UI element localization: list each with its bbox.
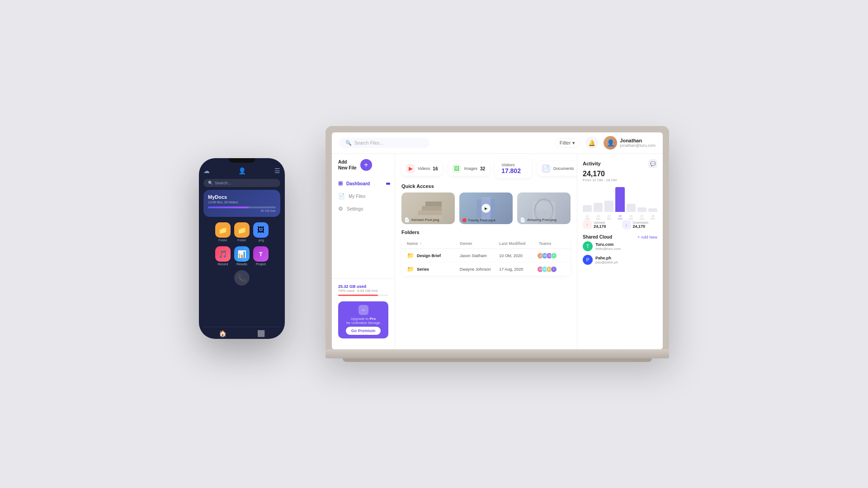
doc-icon: 📄 (542, 165, 549, 172)
bar-17 (637, 207, 646, 212)
phone-home-icon[interactable]: 🏠 (219, 330, 226, 337)
laptop-base (326, 349, 669, 358)
play-overlay: ▶ (481, 204, 491, 213)
col-name: Name ↑ (407, 241, 460, 246)
qa-card-2[interactable]: ▶ 🔴 Family Pool.mp4 (459, 192, 513, 224)
stat-videos: ▶ Videos 16 (401, 161, 442, 176)
premium-icon: − (359, 305, 368, 315)
label-16: 16Oct (627, 215, 636, 220)
row-2-owner: Dwayne Johnson (460, 267, 500, 272)
sidebar-item-settings[interactable]: ⚙ Settings (332, 202, 395, 215)
notification-icon: 🔔 (588, 140, 595, 146)
notification-button[interactable]: 🔔 (585, 136, 598, 149)
phone-app-record[interactable]: 🎵 Record (215, 246, 231, 266)
folder-name-1: Design Brief (417, 253, 441, 258)
phone-apps-row: 🎵 Record 📊 Results T Project (203, 246, 280, 266)
phone-card-title: MyDocs (208, 194, 276, 200)
phone-body: ☁ 👤 ☰ 🔍 Search... MyDocs 12/48 files, 28… (199, 158, 285, 339)
chart-labels: 12Oct 13Oct 14Oct 15Oct 16Oct 17Oct 18Oc… (583, 215, 657, 220)
activity-date: From 12 Okt - 18 Okt (583, 178, 657, 182)
go-premium-button[interactable]: Go Premium (346, 327, 381, 335)
user-name: Jonathan (620, 138, 656, 143)
add-new-button[interactable]: + Add New (637, 235, 657, 239)
qa-card-3[interactable]: 📄 Amazing Pool.png (517, 192, 571, 224)
scene: ☁ 👤 ☰ 🔍 Search... MyDocs 12/48 files, 28… (199, 126, 669, 362)
documents-label: Documents (553, 166, 574, 171)
png-icon2: 📄 (520, 217, 525, 222)
phone-app-results[interactable]: 📊 Results (234, 246, 250, 266)
pahe-email: pas@pahe.ph (595, 260, 618, 264)
sidebar-item-myfiles[interactable]: 📄 My Files (332, 190, 395, 202)
label-12: 12Oct (583, 215, 592, 220)
turu-info: Turu.com hello@turu.com (595, 242, 621, 251)
phone-app-project[interactable]: T Project (253, 246, 269, 266)
folder-blue-icon: 📁 (407, 252, 414, 259)
folders-section: Folders Name ↑ Owner Last Modified Teams (401, 230, 571, 276)
phone-file-item[interactable]: 📁 Folder (234, 222, 250, 242)
turu-email: hello@turu.com (595, 247, 621, 251)
storage-bar-fill (338, 295, 378, 296)
add-new-file-section: AddNew File + (332, 159, 395, 171)
team-avatar: + (551, 253, 557, 259)
phone-files-row: 📁 Folder 📁 Folder 🖼 .png (203, 222, 280, 242)
filter-label: Filter (560, 140, 571, 145)
sidebar-item-dashboard[interactable]: ⊞ Dashboard (332, 177, 395, 190)
filter-button[interactable]: Filter ▾ (555, 138, 580, 148)
visitors-info: Visitors 17.802 (501, 163, 521, 174)
folder-blue-icon2: 📁 (407, 266, 414, 272)
up-down-row: ↑ Uploads 24,170 ↓ Downloads (583, 220, 657, 229)
stat-videos-info: Videos (418, 166, 430, 171)
turu-icon: T (583, 241, 593, 251)
label-17: 17Oct (637, 215, 646, 220)
sort-icon: ↑ (420, 241, 422, 246)
quick-access-title: Quick Access (401, 183, 571, 189)
search-icon: 🔍 (208, 181, 213, 185)
phone-file-item[interactable]: 📁 Folder (215, 222, 231, 242)
row-2-name: 📁 Series (407, 266, 460, 272)
add-file-button[interactable]: + (360, 159, 372, 171)
phone-search-bar[interactable]: 🔍 Search... (203, 179, 280, 187)
activity-message-icon[interactable]: 💬 (648, 159, 657, 168)
row-2-modified: 17 Aug, 2020 (499, 267, 539, 272)
shared-item-turu[interactable]: T Turu.com hello@turu.com (583, 239, 657, 253)
project-app-icon: T (253, 246, 269, 262)
downloads-label: Downloads (633, 221, 649, 224)
folder-icon-orange: 📁 (215, 222, 231, 238)
laptop-screen: 🔍 Search Files... Filter ▾ 🔔 👤 (332, 132, 663, 349)
table-header: Name ↑ Owner Last Modified Teams (401, 239, 571, 249)
phone-file-item-png[interactable]: 🖼 .png (253, 222, 269, 242)
phone-card-sub: 12/48 files, 28 folders (208, 201, 276, 204)
menu-icon: ☰ (274, 167, 280, 174)
videos-label: Videos (418, 166, 430, 171)
team-avatar: + (551, 266, 557, 272)
phone-call-button[interactable]: 📞 (234, 270, 250, 286)
nav-label-myfiles: My Files (349, 194, 365, 199)
phone-top-bar: ☁ 👤 ☰ (203, 165, 280, 176)
bar-14 (604, 201, 613, 212)
folders-table: Name ↑ Owner Last Modified Teams 📁 (401, 239, 571, 276)
phone-grid-icon[interactable]: ⬜ (257, 330, 265, 337)
pahe-info: Pahe.ph pas@pahe.ph (595, 256, 618, 264)
quick-access-section: Quick Access (401, 183, 571, 224)
premium-box: − Upgrade to Profor Unlimited Storage Go… (338, 301, 388, 338)
downloads-card: ↓ Downloads 24,170 (622, 220, 658, 229)
qa-card-1[interactable]: 📄 Kemam Pool.png (401, 192, 455, 224)
shared-item-pahe[interactable]: P Pahe.ph pas@pahe.ph (583, 253, 657, 267)
phone-bottom-bar: 🏠 ⬜ (203, 327, 280, 339)
label-18: 18Oct (648, 215, 657, 220)
bar-15 (615, 187, 624, 212)
search-bar[interactable]: 🔍 Search Files... (339, 138, 429, 148)
phone-progress-fill (208, 206, 249, 208)
phone-app-label-results: Results (236, 263, 247, 266)
phone-file-label3: .png (258, 239, 264, 242)
row-1-name: 📁 Design Brief (407, 252, 460, 259)
uploads-count: 24,170 (594, 224, 606, 229)
col-modified: Last Modified (499, 241, 539, 246)
phone-notch (228, 158, 255, 163)
svg-rect-1 (418, 211, 442, 215)
header-right: Filter ▾ 🔔 👤 Jonathan jonathan@turu.com (555, 136, 656, 150)
record-app-icon: 🎵 (215, 246, 231, 262)
videos-count: 16 (433, 166, 438, 171)
table-row[interactable]: 📁 Series Dwayne Johnson 17 Aug, 2020 D R… (401, 263, 571, 276)
table-row[interactable]: 📁 Design Brief Jason Statham 10 Okt, 202… (401, 249, 571, 263)
